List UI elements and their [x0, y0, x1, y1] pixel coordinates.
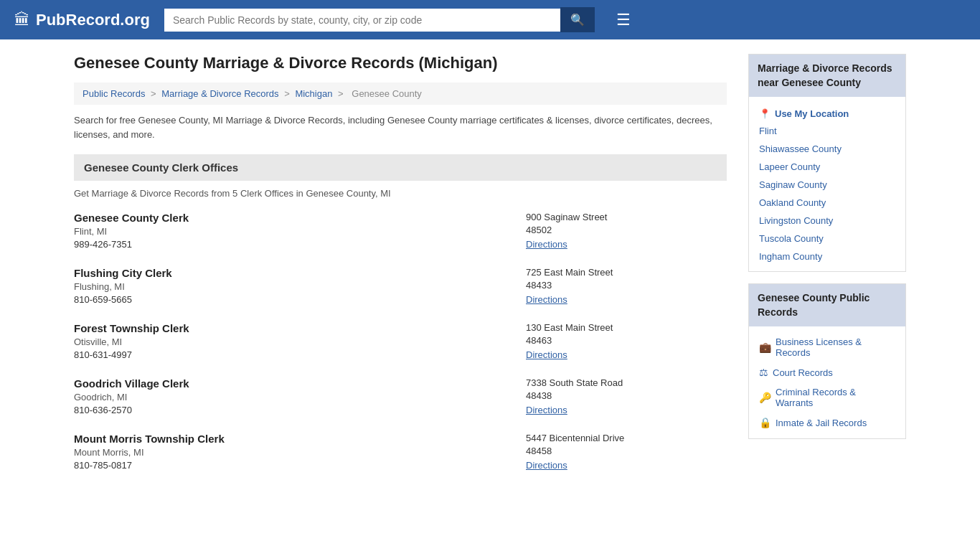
clerk-city-3: Goodrich, MI — [74, 392, 526, 402]
sidebar-nearby-body: 📍 Use My Location Flint Shiawassee Count… — [749, 97, 905, 271]
clerk-name-3: Goodrich Village Clerk — [74, 377, 526, 390]
sidebar-item-court-records[interactable]: ⚖ Court Records — [749, 362, 905, 382]
sidebar-item-tuscola[interactable]: Tuscola County — [749, 230, 905, 248]
scales-icon: ⚖ — [759, 367, 768, 378]
clerk-name-1: Flushing City Clerk — [74, 267, 526, 279]
directions-link-0[interactable]: Directions — [526, 239, 567, 250]
page-title: Genesee County Marriage & Divorce Record… — [74, 54, 727, 72]
location-pin-icon: 📍 — [759, 108, 771, 119]
clerk-list: Genesee County Clerk Flint, MI 989-426-7… — [74, 212, 727, 471]
directions-link-1[interactable]: Directions — [526, 294, 567, 305]
clerk-name-4: Mount Morris Township Clerk — [74, 433, 526, 445]
search-bar: 🔍 — [164, 7, 595, 32]
table-row: Forest Township Clerk Otisville, MI 810-… — [74, 322, 727, 360]
clerk-city-2: Otisville, MI — [74, 336, 526, 347]
logo[interactable]: 🏛 PubRecord.org — [14, 11, 150, 29]
section-subtitle: Get Marriage & Divorce Records from 5 Cl… — [74, 188, 727, 199]
page-description: Search for free Genesee County, MI Marri… — [74, 113, 727, 141]
sidebar-item-inmate-records[interactable]: 🔒 Inmate & Jail Records — [749, 413, 905, 433]
clerk-left-1: Flushing City Clerk Flushing, MI 810-659… — [74, 267, 526, 305]
sidebar-item-flint[interactable]: Flint — [749, 122, 905, 140]
sidebar-nearby-box: Marriage & Divorce Records near Genesee … — [748, 54, 906, 272]
clerk-right-1: 725 East Main Street 48433 Directions — [526, 267, 727, 305]
clerk-right-0: 900 Saginaw Street 48502 Directions — [526, 212, 727, 250]
sidebar-public-records-box: Genesee County Public Records 💼 Business… — [748, 283, 906, 439]
content-area: Genesee County Marriage & Divorce Record… — [74, 54, 727, 488]
clerk-phone-0: 989-426-7351 — [74, 239, 526, 250]
sidebar-item-oakland[interactable]: Oakland County — [749, 194, 905, 212]
site-header: 🏛 PubRecord.org 🔍 ☰ — [0, 0, 980, 39]
sidebar-item-business-licenses[interactable]: 💼 Business Licenses & Records — [749, 332, 905, 362]
breadcrumb-sep-1: > — [151, 88, 159, 99]
use-location-link[interactable]: 📍 Use My Location — [749, 103, 905, 122]
clerk-right-3: 7338 South State Road 48438 Directions — [526, 377, 727, 415]
key-icon: 🔑 — [759, 392, 771, 403]
sidebar-public-records-header: Genesee County Public Records — [749, 284, 905, 326]
clerk-city-1: Flushing, MI — [74, 281, 526, 292]
sidebar-label-business: Business Licenses & Records — [776, 336, 895, 358]
search-button[interactable]: 🔍 — [560, 7, 595, 32]
menu-icon[interactable]: ☰ — [616, 11, 631, 29]
section-header: Genesee County Clerk Offices — [74, 154, 727, 181]
clerk-phone-3: 810-636-2570 — [74, 405, 526, 415]
clerk-address-0: 900 Saginaw Street — [526, 212, 727, 222]
sidebar-item-saginaw[interactable]: Saginaw County — [749, 176, 905, 194]
clerk-city-4: Mount Morris, MI — [74, 447, 526, 458]
table-row: Mount Morris Township Clerk Mount Morris… — [74, 433, 727, 471]
clerk-zip-1: 48433 — [526, 280, 727, 291]
breadcrumb-current: Genesee County — [352, 88, 422, 99]
clerk-phone-1: 810-659-5665 — [74, 294, 526, 305]
sidebar-item-livingston[interactable]: Livingston County — [749, 212, 905, 230]
clerk-left-4: Mount Morris Township Clerk Mount Morris… — [74, 433, 526, 471]
sidebar: Marriage & Divorce Records near Genesee … — [748, 54, 906, 488]
briefcase-icon: 💼 — [759, 342, 771, 353]
table-row: Goodrich Village Clerk Goodrich, MI 810-… — [74, 377, 727, 415]
clerk-address-4: 5447 Bicentennial Drive — [526, 433, 727, 443]
breadcrumb-sep-2: > — [284, 88, 292, 99]
clerk-right-4: 5447 Bicentennial Drive 48458 Directions — [526, 433, 727, 471]
clerk-address-3: 7338 South State Road — [526, 377, 727, 388]
clerk-left-2: Forest Township Clerk Otisville, MI 810-… — [74, 322, 526, 360]
sidebar-item-lapeer[interactable]: Lapeer County — [749, 158, 905, 176]
clerk-left-0: Genesee County Clerk Flint, MI 989-426-7… — [74, 212, 526, 250]
logo-icon: 🏛 — [14, 11, 30, 29]
clerk-zip-2: 48463 — [526, 335, 727, 346]
sidebar-item-criminal-records[interactable]: 🔑 Criminal Records & Warrants — [749, 382, 905, 413]
clerk-address-1: 725 East Main Street — [526, 267, 727, 278]
main-container: Genesee County Marriage & Divorce Record… — [60, 39, 920, 502]
clerk-address-2: 130 East Main Street — [526, 322, 727, 333]
clerk-zip-3: 48438 — [526, 390, 727, 401]
directions-link-4[interactable]: Directions — [526, 460, 567, 471]
breadcrumb-link-marriage[interactable]: Marriage & Divorce Records — [161, 88, 278, 99]
directions-link-3[interactable]: Directions — [526, 405, 567, 415]
search-icon: 🔍 — [570, 14, 585, 26]
table-row: Flushing City Clerk Flushing, MI 810-659… — [74, 267, 727, 305]
sidebar-label-criminal: Criminal Records & Warrants — [776, 387, 895, 408]
clerk-zip-0: 48502 — [526, 225, 727, 235]
clerk-name-0: Genesee County Clerk — [74, 212, 526, 224]
clerk-phone-2: 810-631-4997 — [74, 349, 526, 360]
lock-icon: 🔒 — [759, 417, 771, 428]
sidebar-label-inmate: Inmate & Jail Records — [776, 418, 867, 428]
sidebar-item-ingham[interactable]: Ingham County — [749, 248, 905, 265]
breadcrumb-link-public-records[interactable]: Public Records — [83, 88, 145, 99]
clerk-zip-4: 48458 — [526, 446, 727, 456]
clerk-name-2: Forest Township Clerk — [74, 322, 526, 334]
logo-text: PubRecord.org — [36, 11, 150, 29]
table-row: Genesee County Clerk Flint, MI 989-426-7… — [74, 212, 727, 250]
breadcrumb-link-michigan[interactable]: Michigan — [295, 88, 332, 99]
sidebar-public-records-body: 💼 Business Licenses & Records ⚖ Court Re… — [749, 326, 905, 438]
breadcrumb-sep-3: > — [338, 88, 346, 99]
clerk-phone-4: 810-785-0817 — [74, 460, 526, 471]
directions-link-2[interactable]: Directions — [526, 349, 567, 360]
clerk-left-3: Goodrich Village Clerk Goodrich, MI 810-… — [74, 377, 526, 415]
sidebar-label-court: Court Records — [773, 367, 833, 378]
sidebar-nearby-header: Marriage & Divorce Records near Genesee … — [749, 55, 905, 97]
search-input[interactable] — [164, 9, 560, 32]
breadcrumb: Public Records > Marriage & Divorce Reco… — [74, 83, 727, 105]
use-location-label: Use My Location — [775, 108, 849, 119]
clerk-city-0: Flint, MI — [74, 226, 526, 237]
sidebar-item-shiawassee[interactable]: Shiawassee County — [749, 140, 905, 158]
clerk-right-2: 130 East Main Street 48463 Directions — [526, 322, 727, 360]
